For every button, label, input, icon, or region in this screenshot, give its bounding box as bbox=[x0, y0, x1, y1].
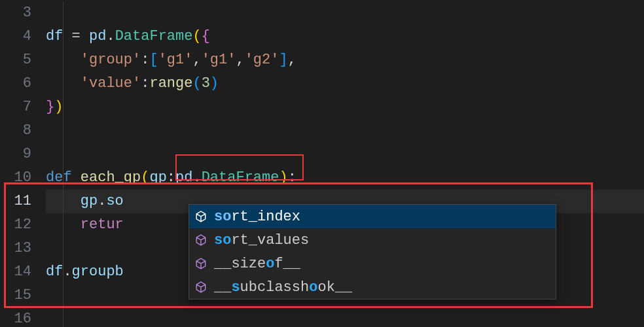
code-token: pd bbox=[89, 28, 106, 44]
code-token: range bbox=[149, 75, 192, 92]
code-token: retur bbox=[80, 216, 124, 233]
line-number: 10 bbox=[0, 166, 31, 190]
intellisense-item[interactable]: __sizeof__ bbox=[189, 252, 556, 275]
line-number: 15 bbox=[0, 284, 31, 307]
code-token: each_gp bbox=[80, 169, 141, 186]
code-token: 'g2' bbox=[245, 52, 279, 68]
code-token: ) bbox=[54, 99, 63, 115]
code-token: gp bbox=[149, 169, 166, 186]
code-line[interactable]: 'group':['g1','g1','g2'], bbox=[46, 48, 644, 72]
code-token: ) bbox=[279, 169, 287, 186]
code-token: gp bbox=[80, 193, 98, 209]
method-icon bbox=[194, 257, 207, 270]
line-number: 12 bbox=[0, 213, 31, 237]
intellisense-item-selected[interactable]: sort_index bbox=[189, 205, 556, 228]
line-number: 4 bbox=[0, 25, 31, 48]
code-token: ] bbox=[279, 52, 287, 68]
line-number: 3 bbox=[0, 1, 31, 25]
line-number: 9 bbox=[0, 143, 31, 166]
code-token: 3 bbox=[202, 75, 210, 92]
code-token: : bbox=[288, 169, 296, 186]
code-token: . bbox=[63, 264, 71, 280]
code-token: so bbox=[106, 193, 123, 209]
code-token: 'g1' bbox=[202, 52, 236, 68]
code-token: df bbox=[46, 28, 63, 44]
code-line[interactable] bbox=[46, 307, 644, 327]
code-token: DataFrame bbox=[202, 169, 279, 186]
intellisense-label: sort_values bbox=[214, 232, 309, 249]
intellisense-label: __sizeof__ bbox=[214, 256, 300, 272]
method-icon bbox=[194, 233, 207, 247]
code-token: pd bbox=[175, 169, 192, 186]
intellisense-item[interactable]: sort_values bbox=[189, 228, 556, 252]
code-token: . bbox=[192, 169, 201, 186]
code-line[interactable] bbox=[46, 1, 644, 25]
method-icon bbox=[194, 281, 207, 294]
code-token: ) bbox=[210, 75, 219, 92]
code-token: . bbox=[98, 193, 106, 209]
code-token: 'group' bbox=[80, 52, 141, 68]
line-number-current: 11 bbox=[0, 190, 31, 213]
line-number: 14 bbox=[0, 260, 31, 284]
code-token: DataFrame bbox=[115, 28, 193, 44]
line-number: 13 bbox=[0, 237, 31, 260]
line-number: 7 bbox=[0, 95, 31, 119]
method-icon bbox=[194, 210, 207, 223]
code-token: def bbox=[46, 169, 72, 186]
intellisense-popup[interactable]: sort_index sort_values __sizeof__ __subc… bbox=[188, 204, 556, 300]
code-token: : bbox=[141, 52, 149, 68]
code-token: ( bbox=[192, 28, 201, 44]
code-token: , bbox=[288, 52, 296, 68]
code-line[interactable] bbox=[46, 143, 644, 166]
line-number: 8 bbox=[0, 119, 31, 143]
code-token: ( bbox=[141, 169, 149, 186]
code-token: 'value' bbox=[80, 75, 141, 92]
line-number: 6 bbox=[0, 72, 31, 95]
intellisense-label: __subclasshook__ bbox=[214, 279, 352, 296]
code-line[interactable]: def each_gp(gp:pd.DataFrame): bbox=[46, 166, 644, 190]
code-token: = bbox=[63, 28, 89, 44]
intellisense-item[interactable]: __subclasshook__ bbox=[189, 275, 556, 299]
code-token: : bbox=[141, 75, 149, 92]
code-token: , bbox=[236, 52, 244, 68]
code-line[interactable]: df = pd.DataFrame({ bbox=[46, 25, 644, 48]
code-line[interactable]: }) bbox=[46, 95, 644, 119]
code-token: } bbox=[46, 99, 54, 115]
line-number-gutter: 3 4 5 6 7 8 9 10 11 12 13 14 15 16 bbox=[0, 0, 46, 327]
code-token: . bbox=[106, 28, 115, 44]
code-token: df bbox=[46, 264, 63, 280]
code-token: [ bbox=[149, 52, 158, 68]
code-line[interactable] bbox=[46, 119, 644, 143]
code-token: : bbox=[167, 169, 175, 186]
code-token: , bbox=[192, 52, 201, 68]
line-number: 5 bbox=[0, 48, 31, 72]
code-token: ( bbox=[192, 75, 201, 92]
code-token: 'g1' bbox=[158, 52, 193, 68]
code-token: groupb bbox=[72, 264, 124, 280]
line-number: 16 bbox=[0, 307, 31, 327]
intellisense-label: sort_index bbox=[214, 209, 300, 225]
code-line[interactable]: 'value':range(3) bbox=[46, 72, 644, 95]
code-token: { bbox=[202, 28, 210, 44]
